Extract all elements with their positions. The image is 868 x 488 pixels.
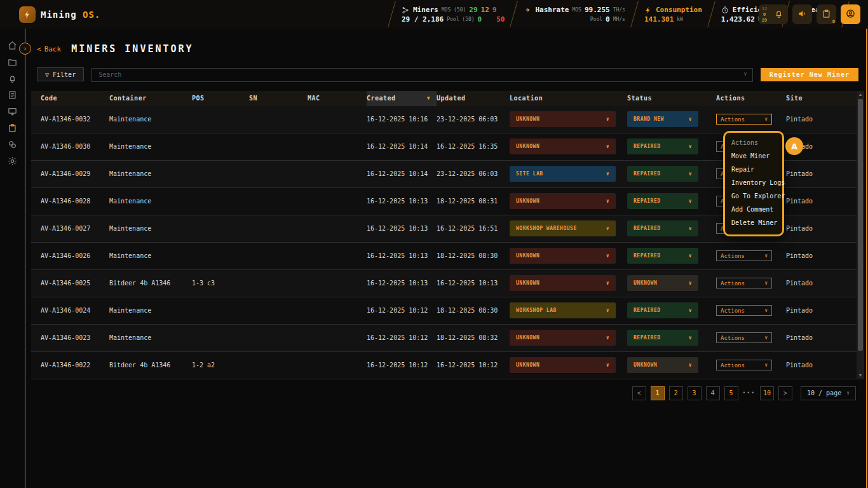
stat-separator: [632, 0, 638, 29]
chevron-down-icon: ∨: [846, 390, 850, 396]
location-select[interactable]: SITE LAB∨: [510, 166, 616, 182]
location-select[interactable]: WORKSHOP WAREHOUSE∨: [510, 220, 616, 236]
location-select[interactable]: WORKSHOP LAB∨: [510, 302, 616, 318]
col-header-sn[interactable]: SN: [249, 95, 308, 102]
location-select[interactable]: UNKNOWN∨: [510, 275, 616, 291]
pagination-ellipsis: •••: [743, 390, 756, 396]
actions-select[interactable]: Actions∨: [716, 250, 772, 261]
actions-select[interactable]: Actions∨: [716, 332, 772, 343]
miner-updated: 23-12-2025 06:03: [437, 116, 510, 123]
actions-dropdown-menu: Actions Move Miner Repair Inventory Logs…: [723, 131, 784, 236]
tasks-badge: 0: [832, 19, 835, 24]
notifications-button[interactable]: 12 0 29: [759, 4, 788, 24]
page-button[interactable]: 1: [651, 386, 665, 400]
miners-pool-ok: 0: [478, 15, 482, 24]
tasks-button[interactable]: 0: [817, 4, 836, 24]
location-select[interactable]: UNKNOWN∨: [510, 330, 616, 346]
sidebar-item-transfers[interactable]: [6, 139, 20, 149]
topbar: Mining OS. Miners MOS (50) 29 12 9 29 / …: [0, 0, 868, 29]
stat-hashrate: ✈ Hashrate MOS 99.255 TH/s Pool 0 MH/s: [517, 0, 631, 29]
register-new-miner-button[interactable]: Register New Miner: [761, 68, 858, 81]
status-select[interactable]: REPAIRED∨: [627, 330, 698, 346]
actions-select[interactable]: Actions∨: [716, 278, 772, 288]
filter-button[interactable]: ▽ Filter: [37, 67, 84, 81]
back-button[interactable]: < Back: [37, 45, 61, 53]
col-header-mac[interactable]: MAC: [308, 95, 367, 102]
miner-updated: 16-12-2025 16:35: [437, 143, 510, 150]
actions-menu-item[interactable]: Repair: [725, 163, 782, 176]
location-select[interactable]: UNKNOWN∨: [510, 248, 616, 264]
location-select[interactable]: UNKNOWN∨: [510, 357, 616, 373]
sidebar-item-monitor[interactable]: [6, 106, 20, 116]
actions-menu-items: Move Miner Repair Inventory Logs Go To E…: [725, 149, 782, 229]
page-size-select[interactable]: 10 / page ∨: [801, 386, 856, 400]
sidebar-item-alerts[interactable]: [6, 73, 20, 83]
search-wrap: ∨: [92, 67, 752, 82]
sidebar-expand-toggle[interactable]: ›: [19, 43, 31, 55]
actions-select[interactable]: Actions∨: [716, 305, 772, 316]
table-row[interactable]: AV-A1346-0022 Bitdeer 4b A1346 1-2_a2 16…: [31, 352, 857, 379]
search-input[interactable]: [92, 68, 752, 82]
col-header-location[interactable]: Location: [510, 95, 627, 102]
status-select[interactable]: REPAIRED∨: [627, 248, 698, 264]
col-header-pos[interactable]: POS: [192, 95, 249, 102]
page-button[interactable]: 5: [724, 386, 738, 400]
col-header-site[interactable]: Site: [786, 95, 857, 102]
pagination: < 1 2 3 4 5 ••• 10 > 10 / page ∨: [25, 386, 856, 400]
next-page-button[interactable]: >: [778, 386, 792, 400]
status-select[interactable]: REPAIRED∨: [627, 139, 698, 154]
scroll-up-icon[interactable]: ▲: [858, 92, 863, 97]
status-select[interactable]: REPAIRED∨: [627, 166, 698, 182]
miner-code: AV-A1346-0027: [31, 225, 109, 232]
location-select[interactable]: UNKNOWN∨: [510, 111, 616, 127]
miner-pos: 1-3_c3: [192, 280, 249, 287]
actions-menu-item[interactable]: Go To Explorer: [725, 189, 782, 203]
sidebar-item-folders[interactable]: [6, 57, 20, 67]
actions-menu-item[interactable]: Delete Miner: [725, 216, 782, 229]
sidebar-item-home[interactable]: [6, 40, 20, 50]
miner-updated: 18-12-2025 08:31: [437, 198, 510, 205]
table-row[interactable]: AV-A1346-0024 Maintenance 16-12-2025 10:…: [31, 297, 857, 325]
col-header-code[interactable]: Code: [31, 95, 109, 102]
actions-menu-item[interactable]: Add Comment: [725, 203, 782, 216]
home-icon: [8, 41, 17, 50]
table-row[interactable]: AV-A1346-0026 Maintenance 16-12-2025 10:…: [31, 243, 857, 270]
status-select[interactable]: UNKNOWN∨: [627, 357, 698, 373]
status-select[interactable]: UNKNOWN∨: [627, 275, 698, 291]
actions-select[interactable]: Actions∨: [716, 360, 772, 370]
col-header-created[interactable]: Created ▼: [367, 91, 437, 106]
inventory-icon: [8, 123, 17, 133]
table-scrollbar[interactable]: ▲ ▼: [857, 91, 864, 379]
actions-select[interactable]: Actions∨: [716, 114, 772, 125]
location-select[interactable]: UNKNOWN∨: [510, 139, 616, 154]
actions-menu-item[interactable]: Inventory Logs: [725, 176, 782, 189]
status-select[interactable]: REPAIRED∨: [627, 220, 698, 236]
table-row[interactable]: AV-A1346-0032 Maintenance 16-12-2025 10:…: [31, 106, 857, 133]
page-button[interactable]: 4: [706, 386, 720, 400]
location-select[interactable]: UNKNOWN∨: [510, 193, 616, 209]
sidebar-item-inventory[interactable]: [6, 123, 20, 133]
miner-container: Maintenance: [109, 170, 192, 177]
sort-desc-icon: ▼: [427, 95, 430, 101]
status-select[interactable]: REPAIRED∨: [627, 302, 698, 318]
col-header-actions[interactable]: Actions: [716, 95, 786, 102]
scrollbar-thumb[interactable]: [858, 99, 863, 351]
status-select[interactable]: REPAIRED∨: [627, 193, 698, 209]
page-button[interactable]: 3: [688, 386, 702, 400]
sidebar-item-reports[interactable]: [6, 90, 20, 100]
account-button[interactable]: [841, 4, 860, 24]
scroll-down-icon[interactable]: ▼: [858, 373, 863, 378]
last-page-button[interactable]: 10: [760, 386, 774, 400]
actions-menu-item[interactable]: Move Miner: [725, 149, 782, 163]
prev-page-button[interactable]: <: [632, 386, 646, 400]
page-button[interactable]: 2: [669, 386, 683, 400]
sidebar-item-settings[interactable]: [6, 156, 20, 166]
status-select[interactable]: BRAND NEW∨: [627, 111, 698, 127]
col-header-status[interactable]: Status: [627, 95, 716, 102]
col-header-container[interactable]: Container: [109, 95, 192, 102]
hashrate-label: Hashrate: [535, 6, 569, 14]
sound-button[interactable]: [792, 4, 812, 24]
col-header-updated[interactable]: Updated: [437, 95, 510, 102]
table-row[interactable]: AV-A1346-0023 Maintenance 16-12-2025 10:…: [31, 325, 857, 352]
table-row[interactable]: AV-A1346-0025 Bitdeer 4b A1346 1-3_c3 16…: [31, 270, 857, 297]
